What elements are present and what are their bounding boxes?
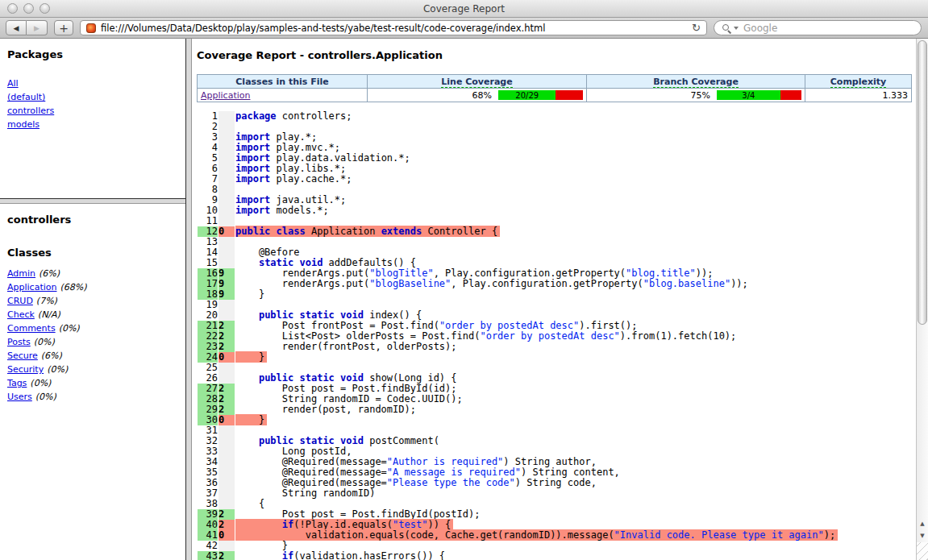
- frame-divider-vertical[interactable]: [185, 39, 192, 560]
- class-link[interactable]: Check: [7, 309, 35, 320]
- branch-coverage-cell: 75% 3/4: [587, 89, 805, 102]
- source-cell: render(post, randomID);: [235, 404, 838, 415]
- package-list-item: (default): [7, 92, 182, 106]
- package-link[interactable]: All: [7, 78, 19, 89]
- source-code: import java.util.*;: [235, 194, 346, 205]
- class-link[interactable]: Admin: [7, 268, 35, 279]
- browser-toolbar: ◀ ▶ + file:///Volumes/Data/Desktop/play/…: [0, 18, 928, 39]
- hit-count: 0: [218, 415, 235, 425]
- nav-buttons: ◀ ▶: [6, 20, 48, 35]
- report-frame: Coverage Report - controllers.Applicatio…: [192, 39, 916, 560]
- class-coverage-percent: (0%): [30, 378, 51, 388]
- browser-window: Coverage Report ◀ ▶ + file:///Volumes/Da…: [0, 0, 928, 560]
- string-token: "order by postedAt desc": [480, 330, 619, 342]
- class-link[interactable]: Security: [7, 364, 44, 375]
- keyword-token: import: [235, 173, 270, 185]
- class-coverage-percent: (68%): [60, 282, 86, 292]
- keyword-token: import: [235, 131, 270, 143]
- source-cell: renderArgs.put("blogBaseline", Play.conf…: [235, 279, 838, 289]
- code-table-body: 1package controllers;23import play.*;4im…: [198, 111, 838, 560]
- source-code: import play.cache.*;: [235, 173, 352, 185]
- source-code: validation.equals(code, Cache.get(random…: [235, 529, 838, 541]
- class-coverage-percent: (7%): [36, 296, 57, 306]
- keyword-token: static void: [259, 257, 323, 268]
- class-coverage-percent: (6%): [39, 268, 60, 279]
- class-list-item: Secure(6%): [7, 351, 182, 364]
- packages-frame: Packages All(default)controllersmodels: [0, 39, 185, 198]
- class-link-application[interactable]: Application: [201, 90, 250, 101]
- package-link[interactable]: controllers: [7, 106, 54, 116]
- scrollbar[interactable]: ▲ ▼: [916, 39, 928, 560]
- string-token: "blog.baseline": [643, 278, 730, 289]
- hit-count: [218, 205, 235, 216]
- string-token: "order by postedAt desc": [439, 320, 579, 331]
- hit-count: [218, 363, 235, 373]
- class-link[interactable]: Users: [7, 392, 32, 402]
- address-bar[interactable]: file:///Volumes/Data/Desktop/play/sample…: [80, 20, 707, 35]
- source-code: List<Post> olderPosts = Post.find("order…: [235, 330, 736, 342]
- source-cell: }: [235, 415, 838, 425]
- coverage-column-header-label: Branch Coverage: [653, 77, 739, 88]
- package-list-item: controllers: [7, 106, 182, 119]
- packages-heading: Packages: [7, 48, 182, 60]
- hit-count: [218, 143, 235, 153]
- code-line: 292 render(post, randomID);: [198, 404, 838, 415]
- source-cell: [235, 237, 838, 247]
- search-placeholder: Google: [743, 23, 777, 34]
- source-code: renderArgs.put("blogTitle", Play.configu…: [235, 268, 713, 279]
- close-window-button[interactable]: [7, 3, 18, 14]
- search-field[interactable]: Google: [714, 20, 922, 35]
- hit-count: [218, 446, 235, 457]
- class-list-item: Application(68%): [7, 282, 182, 296]
- window-resize-grip-icon[interactable]: [917, 542, 928, 560]
- source-code: @Before: [235, 247, 299, 258]
- source-cell: public class Application extends Control…: [235, 226, 838, 237]
- hit-count: [218, 195, 235, 205]
- package-link[interactable]: (default): [7, 92, 45, 102]
- hit-count: 0: [218, 352, 235, 363]
- back-button[interactable]: ◀: [6, 20, 27, 35]
- class-list-item: Users(0%): [7, 392, 182, 405]
- reload-icon[interactable]: ↻: [692, 23, 701, 33]
- source-code: import play.libs.*;: [235, 163, 346, 174]
- source-code: render(frontPost, olderPosts);: [235, 341, 457, 352]
- search-icon[interactable]: [722, 23, 731, 33]
- class-list-item: Tags(0%): [7, 378, 182, 392]
- classes-frame: controllers Classes Admin(6%)Application…: [0, 204, 185, 560]
- search-engine-dropdown-icon[interactable]: [734, 27, 739, 30]
- hit-count: [218, 488, 235, 499]
- source-code: }: [235, 540, 288, 551]
- source-cell: }: [235, 352, 838, 363]
- class-link[interactable]: Tags: [7, 378, 27, 388]
- package-link[interactable]: models: [7, 119, 40, 130]
- class-list-item: Posts(0%): [7, 337, 182, 351]
- url-text: file:///Volumes/Data/Desktop/play/sample…: [101, 23, 687, 34]
- scroll-up-icon[interactable]: ▲: [917, 518, 928, 530]
- frame-divider-horizontal[interactable]: [0, 198, 185, 204]
- new-tab-button[interactable]: +: [54, 20, 73, 35]
- complexity-cell: 1.333: [805, 89, 912, 102]
- scroll-down-icon[interactable]: ▼: [917, 530, 928, 542]
- hit-count: [218, 122, 235, 132]
- minimize-window-button[interactable]: [23, 3, 34, 14]
- forward-button[interactable]: ▶: [27, 20, 48, 35]
- zoom-window-button[interactable]: [40, 3, 50, 14]
- source-code: Long postId,: [235, 446, 352, 457]
- class-link[interactable]: CRUD: [7, 296, 33, 306]
- class-link[interactable]: Secure: [7, 351, 38, 361]
- hit-count: 0: [218, 226, 235, 237]
- keyword-token: public class: [235, 226, 306, 237]
- scrollbar-thumb[interactable]: [918, 40, 927, 325]
- source-code: if(validation.hasErrors()) {: [235, 550, 445, 560]
- class-list-item: CRUD(7%): [7, 296, 182, 309]
- line-coverage-bar-covered: 20/29: [498, 90, 556, 100]
- coverage-column-header-label: Complexity: [830, 77, 887, 88]
- class-link[interactable]: Comments: [7, 323, 56, 334]
- page-favicon-icon: [86, 23, 96, 33]
- code-line: 189 }: [198, 289, 838, 300]
- source-code: import models.*;: [235, 205, 329, 216]
- coverage-column-header: Classes in this File: [198, 75, 368, 89]
- class-link[interactable]: Application: [7, 282, 56, 292]
- class-link[interactable]: Posts: [7, 337, 31, 347]
- class-coverage-percent: (6%): [41, 351, 62, 361]
